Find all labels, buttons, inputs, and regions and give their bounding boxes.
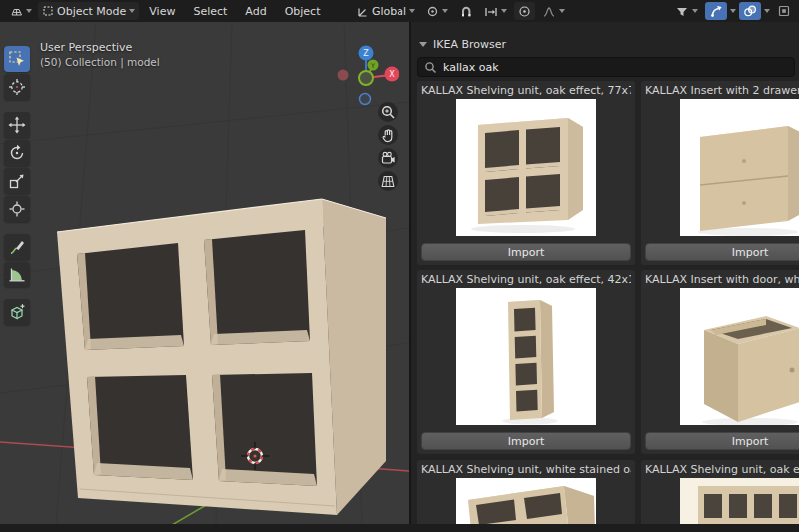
- search-bar: [417, 57, 795, 77]
- collection-label: (50) Collection | model: [40, 55, 160, 70]
- viewport-3d[interactable]: User Perspective (50) Collection | model: [0, 22, 409, 524]
- proportional-circle-icon: [518, 5, 531, 18]
- tool-measure[interactable]: [4, 262, 30, 287]
- product-card: KALLAX Shelving unit, oak effect, 147x14…: [641, 460, 799, 524]
- hand-icon: [380, 127, 396, 143]
- product-card: KALLAX Insert with 2 drawers, oak effect…: [641, 81, 799, 265]
- orientation-axes-icon: [356, 5, 369, 18]
- falloff-curve-icon: [542, 5, 556, 18]
- menu-select[interactable]: Select: [185, 0, 235, 22]
- status-bar: [0, 524, 799, 532]
- chevron-down-icon: [692, 9, 698, 13]
- perspective-label: User Perspective: [40, 40, 160, 55]
- product-card: KALLAX Shelving unit, oak effect, 77x77 …: [417, 81, 635, 265]
- import-button[interactable]: Import: [645, 432, 799, 450]
- product-title: KALLAX Shelving unit, oak effect, 77x77 …: [421, 83, 631, 98]
- import-button[interactable]: Import: [421, 243, 631, 261]
- snap-target-dropdown[interactable]: [422, 2, 452, 20]
- tool-cursor[interactable]: [4, 74, 30, 100]
- snap-increment-icon: [484, 5, 498, 18]
- product-image-insert-2-drawers: [680, 99, 799, 237]
- object-mode-icon: [42, 5, 54, 17]
- magnifier-icon: [380, 104, 396, 120]
- tool-rotate[interactable]: [4, 140, 30, 166]
- gizmo-arrow-icon: [709, 4, 723, 18]
- transform-orientation-dropdown[interactable]: Global: [352, 2, 419, 20]
- tool-select-box[interactable]: [4, 46, 30, 72]
- tool-scale[interactable]: [4, 168, 30, 194]
- tool-add-cube[interactable]: [4, 299, 30, 325]
- xray-icon: [777, 4, 791, 18]
- object-mode-label: Object Mode: [57, 5, 126, 18]
- viewport-editor-icon: [10, 5, 23, 18]
- search-icon: [424, 61, 437, 74]
- camera-icon: [380, 150, 396, 166]
- menu-add[interactable]: Add: [237, 0, 274, 22]
- zoom-button[interactable]: [378, 102, 398, 122]
- show-overlays-toggle[interactable]: [739, 2, 761, 20]
- perspective-toggle-button[interactable]: [378, 171, 398, 191]
- chevron-down-icon: [442, 9, 448, 13]
- product-card: KALLAX Insert with door, white stained o…: [641, 270, 799, 454]
- snap-magnet-toggle[interactable]: [455, 2, 477, 20]
- object-types-visibility-dropdown[interactable]: [671, 2, 702, 20]
- import-button[interactable]: Import: [421, 432, 631, 450]
- gizmo-x-label: X: [389, 70, 395, 79]
- gizmo-neg-z-ball: [360, 94, 371, 105]
- object-mode-dropdown[interactable]: Object Mode: [38, 2, 139, 20]
- viewport-overlay-text: User Perspective (50) Collection | model: [40, 40, 160, 70]
- snap-target-icon: [426, 5, 439, 18]
- product-title: KALLAX Shelving unit, white stained oak …: [421, 462, 631, 477]
- tool-transform[interactable]: [4, 196, 30, 222]
- kallax-model[interactable]: [57, 199, 386, 515]
- viewport-nav-buttons: [378, 102, 398, 191]
- chevron-down-icon: [501, 9, 507, 13]
- product-title: KALLAX Insert with 2 drawers, oak effect…: [645, 83, 799, 98]
- panel-collapse-chevron-icon[interactable]: [419, 42, 427, 47]
- panel-title: IKEA Browser: [433, 38, 506, 51]
- grid-perspective-icon: [380, 173, 396, 189]
- chevron-down-icon[interactable]: [730, 9, 736, 13]
- top-header: Object Mode View Select Add Object Globa…: [0, 0, 799, 22]
- proportional-falloff-dropdown[interactable]: [538, 2, 569, 20]
- ikea-browser-panel: IKEA Browser KALLAX Shelving unit, oak e…: [409, 22, 799, 524]
- gizmo-y-label: Y: [370, 62, 375, 70]
- pan-button[interactable]: [378, 125, 398, 145]
- orientation-label: Global: [372, 5, 406, 18]
- search-input[interactable]: [443, 61, 788, 74]
- chevron-down-icon: [26, 9, 32, 13]
- product-title: KALLAX Insert with door, white stained o…: [645, 272, 799, 287]
- filter-funnel-icon: [675, 5, 689, 18]
- snap-with-dropdown[interactable]: [480, 2, 511, 20]
- gizmo-z-label: Z: [363, 49, 369, 58]
- xray-toggle[interactable]: [773, 2, 795, 20]
- camera-view-button[interactable]: [378, 148, 398, 168]
- import-button[interactable]: Import: [645, 243, 799, 261]
- navigation-gizmo[interactable]: Y Z X: [336, 42, 400, 106]
- product-title: KALLAX Shelving unit, oak effect, 42x147…: [421, 272, 631, 287]
- product-image-insert-door: [680, 288, 799, 426]
- tool-move[interactable]: [4, 112, 30, 138]
- gizmo-neg-x-ball: [338, 70, 349, 81]
- product-image-shelf-low-wide: [456, 478, 596, 524]
- product-image-shelf-2x2: [456, 99, 596, 237]
- product-image-shelf-4x4: [680, 478, 799, 524]
- show-gizmos-toggle[interactable]: [705, 2, 727, 20]
- product-card: KALLAX Shelving unit, oak effect, 42x147…: [417, 270, 635, 454]
- chevron-down-icon: [129, 9, 135, 13]
- product-image-shelf-1x4: [456, 288, 596, 426]
- product-title: KALLAX Shelving unit, oak effect, 147x14…: [645, 462, 799, 477]
- chevron-down-icon: [409, 9, 415, 13]
- proportional-editing-toggle[interactable]: [514, 2, 535, 20]
- product-grid: KALLAX Shelving unit, oak effect, 77x77 …: [417, 81, 799, 524]
- chevron-down-icon[interactable]: [764, 9, 770, 13]
- chevron-down-icon: [559, 9, 565, 13]
- menu-view[interactable]: View: [141, 0, 183, 22]
- toolbar: [4, 46, 30, 325]
- magnet-icon: [459, 5, 473, 18]
- tool-annotate[interactable]: [4, 234, 30, 260]
- editor-type-dropdown[interactable]: [6, 2, 36, 20]
- blender-window: Object Mode View Select Add Object Globa…: [0, 0, 799, 532]
- menu-object[interactable]: Object: [277, 0, 329, 22]
- overlays-spheres-icon: [743, 4, 757, 18]
